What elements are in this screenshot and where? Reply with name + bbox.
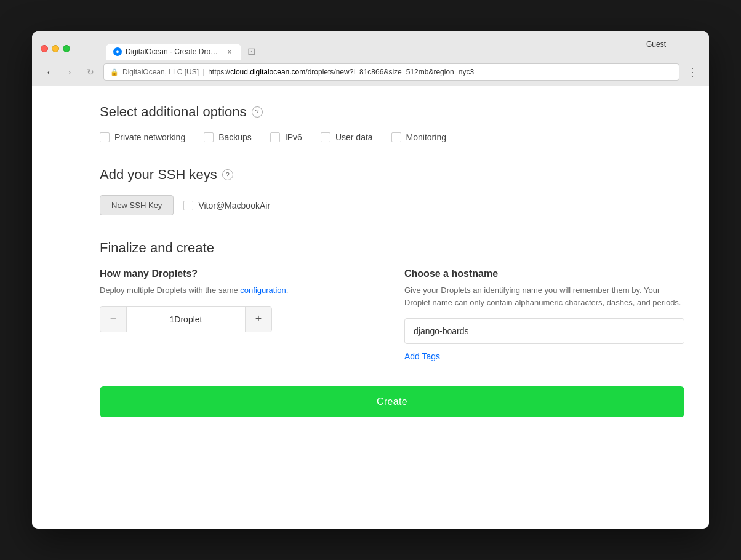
droplet-counter: − 1 Droplet +	[100, 306, 272, 332]
ssh-keys-title-text: Add your SSH keys	[100, 167, 217, 183]
forward-button[interactable]: ›	[62, 64, 78, 80]
hostname-col-title: Choose a hostname	[404, 268, 684, 279]
increment-button[interactable]: +	[246, 307, 271, 332]
ssh-keys-help[interactable]: ?	[222, 169, 233, 180]
minimize-window-button[interactable]	[52, 45, 59, 52]
config-suffix: .	[286, 286, 289, 295]
additional-options-section: Select additional options ? Private netw…	[100, 104, 684, 142]
ssh-keys-section: Add your SSH keys ? New SSH Key Vitor@Ma…	[100, 167, 684, 215]
lock-icon: 🔒	[110, 68, 119, 76]
ipv6-checkbox[interactable]	[270, 132, 280, 142]
guest-label: Guest	[646, 40, 666, 51]
reload-button[interactable]: ↻	[82, 64, 98, 80]
hostname-col-desc: Give your Droplets an identifying name y…	[404, 284, 684, 308]
maximize-window-button[interactable]	[63, 45, 70, 52]
droplets-col-desc: Deploy multiple Droplets with the same c…	[100, 284, 380, 297]
private-networking-option[interactable]: Private networking	[100, 132, 185, 142]
hostname-input[interactable]	[404, 318, 684, 344]
url-host: cloud.digitalocean.com	[230, 68, 305, 76]
backups-option[interactable]: Backups	[204, 132, 252, 142]
configuration-link[interactable]: configuration	[240, 286, 286, 295]
create-button[interactable]: Create	[100, 386, 684, 417]
user-data-label: User data	[335, 132, 373, 142]
site-info: DigitalOcean, LLC [US]	[122, 68, 199, 76]
private-networking-checkbox[interactable]	[100, 132, 110, 142]
droplet-unit: Droplet	[174, 314, 202, 324]
close-tab-button[interactable]: ×	[225, 47, 234, 56]
tab-title: DigitalOcean - Create Droplets	[126, 47, 222, 56]
add-tags-link[interactable]: Add Tags	[404, 351, 440, 361]
url-text: https://cloud.digitalocean.com/droplets/…	[208, 68, 474, 76]
new-tab-button[interactable]: ⊡	[242, 42, 260, 60]
backups-checkbox[interactable]	[204, 132, 214, 142]
traffic-lights	[41, 45, 70, 52]
monitoring-label: Monitoring	[406, 132, 446, 142]
finalize-grid: How many Droplets? Deploy multiple Dropl…	[100, 268, 684, 362]
ipv6-label: IPv6	[285, 132, 302, 142]
decrement-button[interactable]: −	[100, 307, 126, 332]
additional-options-title: Select additional options ?	[100, 104, 684, 120]
ssh-keys-title: Add your SSH keys ?	[100, 167, 684, 183]
browser-window: ● DigitalOcean - Create Droplets × ⊡ Gue…	[32, 31, 709, 529]
more-options-button[interactable]: ⋮	[684, 64, 700, 80]
tab-bar: ● DigitalOcean - Create Droplets × ⊡	[75, 38, 268, 60]
backups-label: Backups	[218, 132, 252, 142]
hostname-col: Choose a hostname Give your Droplets an …	[404, 268, 684, 362]
additional-options-help[interactable]: ?	[252, 106, 263, 118]
new-ssh-key-button[interactable]: New SSH Key	[100, 195, 174, 215]
droplets-col-title: How many Droplets?	[100, 268, 380, 279]
active-tab[interactable]: ● DigitalOcean - Create Droplets ×	[106, 44, 241, 60]
vitor-macbookair-option[interactable]: Vitor@MacbookAir	[183, 201, 270, 210]
url-path: /droplets/new?i=81c866&size=512mb&region…	[305, 68, 474, 76]
url-divider: |	[202, 68, 204, 76]
ipv6-option[interactable]: IPv6	[270, 132, 302, 142]
finalize-section: Finalize and create How many Droplets? D…	[100, 240, 684, 362]
ssh-row: New SSH Key Vitor@MacbookAir	[100, 195, 684, 215]
monitoring-checkbox[interactable]	[391, 132, 401, 142]
finalize-title: Finalize and create	[100, 240, 684, 256]
title-bar: ● DigitalOcean - Create Droplets × ⊡ Gue…	[32, 31, 709, 60]
user-data-option[interactable]: User data	[321, 132, 373, 142]
additional-options-row: Private networking Backups IPv6 User dat…	[100, 132, 684, 142]
address-bar-row: ‹ › ↻ 🔒 DigitalOcean, LLC [US] | https:/…	[32, 60, 709, 86]
page-content: Select additional options ? Private netw…	[32, 86, 709, 529]
tab-favicon: ●	[113, 47, 122, 56]
additional-options-title-text: Select additional options	[100, 104, 247, 120]
monitoring-option[interactable]: Monitoring	[391, 132, 446, 142]
droplets-desc-text: Deploy multiple Droplets with the same	[100, 286, 238, 295]
browser-chrome: ● DigitalOcean - Create Droplets × ⊡ Gue…	[32, 31, 709, 86]
private-networking-label: Private networking	[114, 132, 185, 142]
vitor-macbookair-label: Vitor@MacbookAir	[198, 201, 270, 210]
address-bar[interactable]: 🔒 DigitalOcean, LLC [US] | https://cloud…	[103, 63, 679, 81]
vitor-macbookair-checkbox[interactable]	[183, 201, 193, 210]
url-prefix: https://	[208, 68, 230, 76]
droplets-col: How many Droplets? Deploy multiple Dropl…	[100, 268, 380, 362]
create-btn-row: Create	[100, 386, 684, 417]
back-button[interactable]: ‹	[41, 64, 57, 80]
user-data-checkbox[interactable]	[321, 132, 330, 142]
droplet-count-display: 1 Droplet	[126, 307, 246, 332]
droplet-count: 1	[170, 314, 175, 324]
close-window-button[interactable]	[41, 45, 48, 52]
finalize-title-text: Finalize and create	[100, 240, 214, 256]
